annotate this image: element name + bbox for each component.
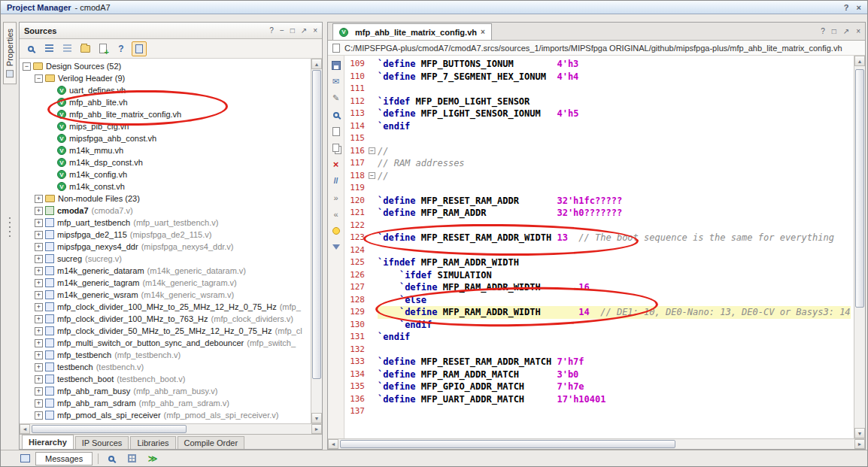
tree-item[interactable]: Vmipsfpga_ahb_const.vh [20,132,311,144]
scroll-track[interactable] [338,439,854,449]
save-button[interactable] [330,59,342,71]
expand-expander-icon[interactable]: + [35,231,43,239]
editor-horizontal-scrollbar[interactable]: ◄ ► [328,438,865,449]
tree-item[interactable]: +mfp_clock_divider_50_MHz_to_25_MHz_12_H… [20,325,311,337]
tab-mfp-ahb-lite-matrix-config[interactable]: V mfp_ahb_lite_matrix_config.vh × [332,23,492,40]
tree-item[interactable]: +m14k_generic_wsram(m14k_generic_wsram.v… [20,289,311,301]
tree-item[interactable]: +mfp_ahb_ram_busy(mfp_ahb_ram_busy.v) [20,385,311,397]
expand-expander-icon[interactable]: + [35,243,43,251]
scroll-thumb[interactable] [32,425,187,433]
expand-expander-icon[interactable]: + [35,351,43,359]
scroll-thumb[interactable] [340,440,675,448]
scroll-left-icon[interactable]: ◄ [20,424,30,434]
run-button[interactable]: ≫ [144,451,159,466]
flat-view-button[interactable] [77,41,93,56]
delete-button[interactable]: × [330,159,342,170]
tab-libraries[interactable]: Libraries [130,436,175,449]
expand-expander-icon[interactable]: + [35,387,43,396]
tree-item[interactable]: +mfp_testbench(mfp_testbench.v) [20,349,311,361]
tree-item[interactable]: +m14k_generic_tagram(m14k_generic_tagram… [20,277,311,289]
code-line[interactable]: 124 [344,244,854,257]
code-line[interactable]: 125`ifndef MFP_RAM_ADDR_WIDTH [344,256,854,269]
code-line[interactable]: 111 [344,83,854,96]
code-line[interactable]: 113`define MFP_LIGHT_SENSOR_IONUM 4'h5 [344,108,854,120]
tree-item[interactable]: Vm14k_mmu.vh [20,144,311,156]
tree-item[interactable]: +cmoda7(cmoda7.v) [20,205,311,217]
copy-button[interactable] [330,142,342,153]
tree-item[interactable]: Vm14k_dsp_const.vh [20,156,311,168]
tree-item[interactable]: +sucreg(sucreg.v) [20,253,311,265]
scroll-to-selected-button[interactable] [132,41,147,56]
tab-compile-order[interactable]: Compile Order [178,436,245,449]
tree-item[interactable]: Vmfp_ahb_lite_matrix_config.vh [20,108,311,120]
code-line[interactable]: 123`define MFP_RESET_RAM_ADDR_WIDTH 13 /… [344,232,854,244]
help-icon[interactable]: ? [844,3,849,12]
code-area[interactable]: 109`define MFP_BUTTONS_IONUM 4'h3110`def… [344,56,854,438]
code-line[interactable]: 116−// [344,145,854,158]
tree-item[interactable]: +Non-module Files (23) [20,193,311,205]
help-icon[interactable]: ? [269,26,274,35]
tree-item[interactable]: Vmfp_ahb_lite.vh [20,96,311,108]
filter-button[interactable] [330,241,342,253]
indent-button[interactable]: » [330,192,342,203]
scroll-up-icon[interactable]: ▲ [311,59,322,69]
code-line[interactable]: 115 [344,132,854,145]
code-line[interactable]: 137 [344,405,854,418]
reload-button[interactable]: ✉ [330,76,342,87]
collapse-all-button[interactable] [41,41,56,56]
sources-horizontal-scrollbar[interactable]: ◄ ► [20,423,322,434]
close-icon[interactable]: × [313,26,317,35]
code-line[interactable]: 136`define MFP_UART_ADDR_MATCH 17'h10401 [344,393,854,406]
code-line[interactable]: 117// RAM addresses [344,157,854,170]
properties-side-tab[interactable]: Properties [3,22,17,84]
tree-item[interactable]: Vmips_pib_cfg.vh [20,120,311,132]
code-line[interactable]: 128 `else [344,294,854,307]
close-icon[interactable]: × [856,27,860,35]
float-icon[interactable]: ↗ [301,26,307,35]
float-icon[interactable]: ↗ [843,27,849,35]
expand-expander-icon[interactable]: + [35,195,43,203]
expand-expander-icon[interactable]: + [35,363,43,371]
scroll-up-icon[interactable]: ▲ [854,56,865,66]
tree-item[interactable]: Vm14k_config.vh [20,168,311,180]
tree-item[interactable]: +testbench_boot(testbench_boot.v) [20,373,311,385]
expand-expander-icon[interactable]: + [35,303,43,311]
code-line[interactable]: 129 `define MFP_RAM_ADDR_WIDTH 14 // DE1… [344,306,854,319]
expand-expander-icon[interactable]: + [35,315,43,323]
scroll-left-icon[interactable]: ◄ [328,439,338,449]
table-view-button[interactable] [124,451,139,466]
hint-button[interactable] [330,225,342,236]
expand-expander-icon[interactable]: + [35,399,43,408]
toggle-comment-button[interactable]: // [330,175,342,186]
help-button[interactable]: ? [114,41,129,56]
outdent-button[interactable]: « [330,208,342,220]
code-line[interactable]: 118−// [344,170,854,183]
code-line[interactable]: 119 [344,182,854,195]
scroll-track[interactable] [30,424,311,434]
code-line[interactable]: 130 `endif [344,319,854,332]
splitter-handle[interactable] [8,216,11,238]
tree-item[interactable]: +mfp_pmod_als_spi_receiver(mfp_pmod_als_… [20,409,311,421]
code-line[interactable]: 134`define MFP_RAM_ADDR_MATCH 3'b0 [344,368,854,381]
find-button[interactable] [104,451,119,466]
code-line[interactable]: 121`define MFP_RAM_ADDR 32'h0??????? [344,207,854,220]
code-line[interactable]: 132 [344,344,854,356]
expand-expander-icon[interactable]: + [35,411,43,420]
tree-item[interactable]: +testbench(testbench.v) [20,361,311,373]
search-button[interactable] [23,41,38,56]
expand-all-button[interactable] [59,41,74,56]
fold-minus-icon[interactable]: − [369,172,375,179]
page-button[interactable] [330,126,342,137]
scroll-down-icon[interactable]: ▼ [311,413,322,423]
tree-item[interactable]: +m14k_generic_dataram(m14k_generic_datar… [20,265,311,277]
expand-expander-icon[interactable]: + [35,375,43,384]
tree-item[interactable]: Vuart_defines.vh [20,84,311,96]
scroll-thumb[interactable] [312,70,321,379]
fold-minus-icon[interactable]: − [369,147,375,154]
tab-ip-sources[interactable]: IP Sources [75,436,129,449]
add-sources-button[interactable] [96,41,111,56]
expand-expander-icon[interactable]: + [35,267,43,275]
help-icon[interactable]: ? [821,27,825,35]
expand-expander-icon[interactable]: + [35,219,43,227]
tree-item[interactable]: +mfp_uart_testbench(mfp_uart_testbench.v… [20,217,311,229]
